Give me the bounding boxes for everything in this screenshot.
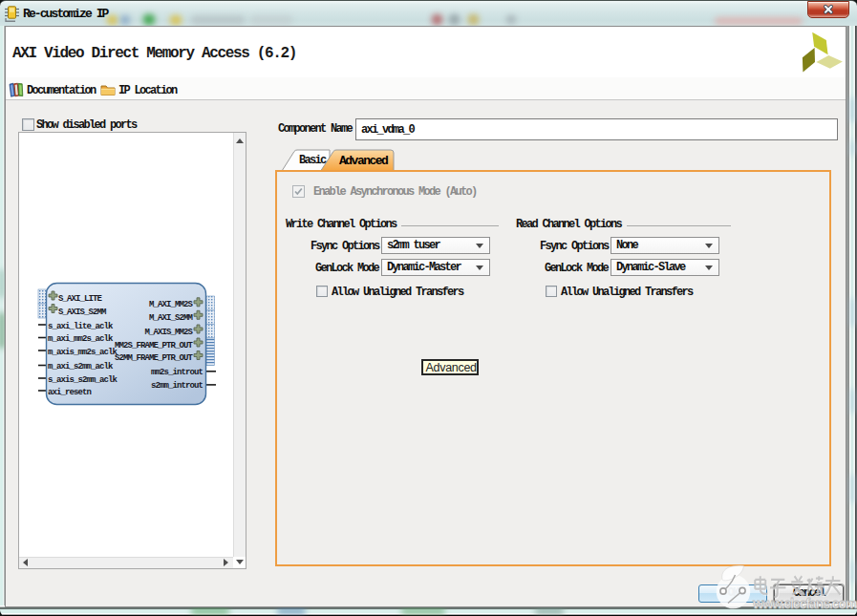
svg-text:Advanced: Advanced bbox=[339, 154, 388, 168]
svg-text:M_AXI_MM2S: M_AXI_MM2S bbox=[149, 300, 194, 309]
svg-text:s_axis_s2mm_aclk: s_axis_s2mm_aclk bbox=[48, 375, 118, 385]
svg-text:axi_resetn: axi_resetn bbox=[48, 388, 92, 397]
svg-text:m_axis_mm2s_aclk: m_axis_mm2s_aclk bbox=[48, 348, 118, 357]
svg-text:m_axi_mm2s_aclk: m_axi_mm2s_aclk bbox=[48, 334, 114, 344]
svg-text:S2MM_FRAME_PTR_OUT: S2MM_FRAME_PTR_OUT bbox=[115, 353, 194, 363]
svg-text:M_AXI_S2MM: M_AXI_S2MM bbox=[149, 313, 193, 323]
svg-text:m_axi_s2mm_aclk: m_axi_s2mm_aclk bbox=[48, 362, 114, 372]
svg-text:M_AXIS_MM2S: M_AXIS_MM2S bbox=[144, 328, 193, 337]
svg-text:S_AXI_LITE: S_AXI_LITE bbox=[58, 294, 103, 304]
svg-text:MM2S_FRAME_PTR_OUT: MM2S_FRAME_PTR_OUT bbox=[115, 341, 194, 350]
svg-text:s_axi_lite_aclk: s_axi_lite_aclk bbox=[48, 322, 114, 331]
svg-text:mm2s_introut: mm2s_introut bbox=[151, 368, 204, 377]
svg-text:s2mm_introut: s2mm_introut bbox=[151, 381, 204, 391]
svg-text:www.elecfans.com: www.elecfans.com bbox=[752, 596, 857, 611]
svg-text:S_AXIS_S2MM: S_AXIS_S2MM bbox=[58, 308, 106, 317]
svg-text:Basic: Basic bbox=[299, 154, 327, 167]
